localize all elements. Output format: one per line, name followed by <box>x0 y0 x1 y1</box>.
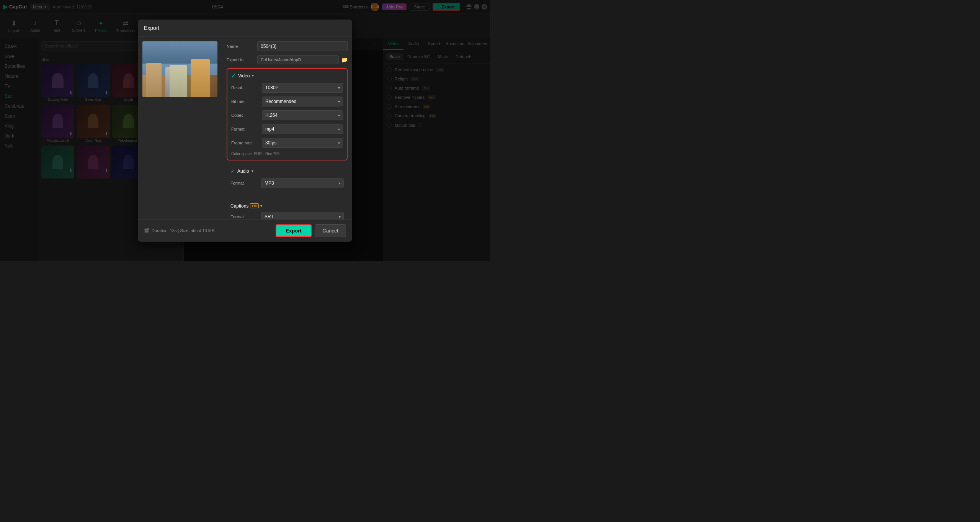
footer-buttons: Export Cancel <box>276 224 346 237</box>
bitrate-select[interactable]: Recommended Low High <box>262 97 343 106</box>
framerate-select-wrapper: 30fps 24fps 60fps <box>262 138 343 148</box>
video-section: ✓ Video ▾ Resol... 1080P 720P 4K <box>227 68 348 160</box>
captions-section: Captions Pro ▾ Format SRT VTT <box>227 200 348 219</box>
edit-cover-area[interactable]: ✎ Edit cover <box>142 41 217 97</box>
captions-pro-badge: Pro <box>250 203 258 208</box>
name-label: Name <box>227 44 257 49</box>
resolution-select[interactable]: 1080P 720P 4K <box>262 83 343 93</box>
captions-format-select[interactable]: SRT VTT <box>261 212 344 219</box>
captions-header: Captions Pro ▾ <box>230 203 344 209</box>
audio-check-icon[interactable]: ✓ <box>230 168 235 174</box>
framerate-label: Frame rate <box>231 141 262 145</box>
name-input[interactable] <box>257 41 348 51</box>
audio-section-header: ✓ Audio ▾ <box>230 168 344 174</box>
bitrate-label: Bit rate <box>231 99 262 104</box>
bitrate-row: Bit rate Recommended Low High <box>231 97 343 106</box>
codec-label: Codec <box>231 113 262 118</box>
codec-select[interactable]: H.264 H.265 <box>262 110 343 120</box>
video-section-header: ✓ Video ▾ <box>231 73 343 79</box>
codec-row: Codec H.264 H.265 <box>231 110 343 120</box>
resolution-label: Resol... <box>231 85 262 90</box>
resolution-select-wrapper: 1080P 720P 4K <box>262 83 343 93</box>
dialog-header: Export <box>138 20 352 37</box>
color-space-note: Color space: SDR - Rec.709 <box>231 152 343 156</box>
video-section-arrow[interactable]: ▾ <box>252 74 254 78</box>
captions-format-row: Format SRT VTT <box>230 212 344 219</box>
export-button[interactable]: Export <box>276 224 311 237</box>
captions-title: Captions <box>230 203 248 209</box>
codec-select-wrapper: H.264 H.265 <box>262 110 343 120</box>
export-dialog-overlay: Export ✎ Edit cover <box>0 0 490 261</box>
preview-scene <box>142 41 217 97</box>
audio-section-title: Audio <box>237 169 249 174</box>
video-section-title: Video <box>238 73 250 79</box>
name-row: Name <box>227 41 348 51</box>
captions-arrow[interactable]: ▾ <box>260 204 262 208</box>
audio-format-select[interactable]: MP3 AAC WAV <box>261 178 344 188</box>
folder-button[interactable]: 📁 <box>341 57 348 63</box>
captions-format-select-wrapper: SRT VTT <box>261 212 344 219</box>
audio-section: ✓ Audio ▾ Format MP3 AAC WAV <box>227 164 348 196</box>
dialog-preview: ✎ Edit cover <box>138 37 222 219</box>
export-path: C:/Users/Jason/AppD... 📁 <box>257 55 348 64</box>
resolution-row: Resol... 1080P 720P 4K <box>231 83 343 93</box>
format-select[interactable]: mp4 mov avi <box>262 124 343 134</box>
export-to-label: Export to <box>227 57 257 62</box>
cancel-button[interactable]: Cancel <box>315 224 346 237</box>
captions-format-label: Format <box>230 214 261 219</box>
audio-format-select-wrapper: MP3 AAC WAV <box>261 178 344 188</box>
bitrate-select-wrapper: Recommended Low High <box>262 97 343 106</box>
framerate-select[interactable]: 30fps 24fps 60fps <box>262 138 343 148</box>
video-check-icon[interactable]: ✓ <box>231 73 236 79</box>
audio-format-label: Format <box>230 181 261 185</box>
dialog-title: Export <box>144 25 159 31</box>
audio-section-arrow[interactable]: ▾ <box>252 169 253 173</box>
format-row: Format mp4 mov avi <box>231 124 343 134</box>
export-path-text: C:/Users/Jason/AppD... <box>257 55 339 64</box>
footer-info-text: Duration: 13s | Size: about 13 MB <box>152 228 214 233</box>
export-dialog: Export ✎ Edit cover <box>138 20 352 242</box>
export-to-row: Export to C:/Users/Jason/AppD... 📁 <box>227 55 348 64</box>
framerate-row: Frame rate 30fps 24fps 60fps <box>231 138 343 148</box>
film-icon: 🎬 <box>144 228 149 233</box>
dialog-footer: 🎬 Duration: 13s | Size: about 13 MB Expo… <box>138 219 352 242</box>
dialog-settings: Name Export to C:/Users/Jason/AppD... 📁 … <box>222 37 352 219</box>
format-select-wrapper: mp4 mov avi <box>262 124 343 134</box>
dialog-body: ✎ Edit cover <box>138 37 352 219</box>
audio-format-row: Format MP3 AAC WAV <box>230 178 344 188</box>
format-label: Format <box>231 127 262 131</box>
footer-info: 🎬 Duration: 13s | Size: about 13 MB <box>144 228 214 233</box>
